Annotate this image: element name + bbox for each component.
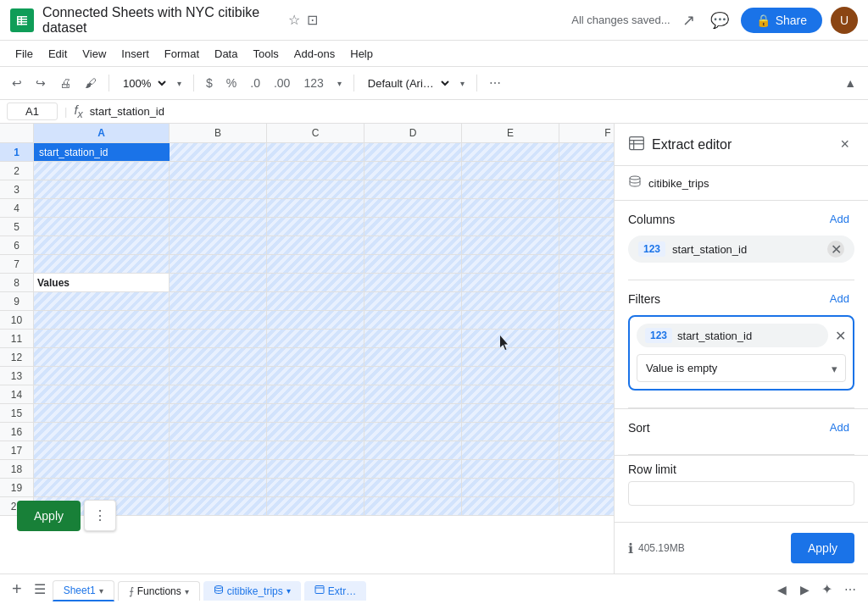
- citibike-tab[interactable]: citibike_trips ▾: [203, 581, 301, 601]
- sheets-expand[interactable]: ⋯: [839, 581, 861, 598]
- font-chevron[interactable]: ▾: [455, 75, 470, 91]
- row-num-19[interactable]: 19: [0, 479, 34, 496]
- row-num-4[interactable]: 4: [0, 199, 34, 217]
- row-num-9[interactable]: 9: [0, 292, 34, 310]
- sheet1-chevron[interactable]: ▾: [99, 586, 103, 596]
- sort-add-button[interactable]: Add: [825, 419, 854, 435]
- extract-close-button[interactable]: ×: [835, 134, 854, 155]
- apply-sheet-button[interactable]: Apply: [17, 501, 81, 531]
- row-num-18[interactable]: 18: [0, 460, 34, 478]
- columns-add-button[interactable]: Add: [825, 211, 854, 227]
- cell-a4[interactable]: [34, 199, 170, 217]
- cell-e1[interactable]: [462, 143, 559, 161]
- apply-panel-button[interactable]: Apply: [791, 533, 854, 563]
- undo-button[interactable]: ↩: [7, 73, 27, 93]
- col-header-f[interactable]: F: [559, 124, 614, 142]
- filter-remove-button[interactable]: ✕: [835, 328, 846, 344]
- col-header-a[interactable]: A: [34, 124, 170, 142]
- row-num-12[interactable]: 12: [0, 348, 34, 366]
- menu-view[interactable]: View: [75, 45, 113, 63]
- tab-right-arrow[interactable]: ▶: [795, 581, 815, 598]
- row-num-6[interactable]: 6: [0, 236, 34, 254]
- scroll-right-arrow[interactable]: ▶: [98, 573, 107, 574]
- more-options-button[interactable]: ⋮: [84, 500, 116, 531]
- cell-b1[interactable]: [170, 143, 267, 161]
- add-sheet-button[interactable]: +: [7, 578, 27, 601]
- format123-chevron[interactable]: ▾: [332, 75, 347, 91]
- comment-icon[interactable]: 💬: [707, 8, 732, 33]
- cell-a5[interactable]: [34, 218, 170, 236]
- cell-a3[interactable]: [34, 180, 170, 198]
- filter-condition-select[interactable]: Value is empty Value is not empty Greate…: [637, 354, 846, 382]
- menu-help[interactable]: Help: [343, 45, 380, 63]
- collapse-toolbar-button[interactable]: ▲: [839, 73, 861, 93]
- row-num-7[interactable]: 7: [0, 255, 34, 273]
- row-num-17[interactable]: 17: [0, 441, 34, 459]
- cell-d1[interactable]: [364, 143, 462, 161]
- currency-button[interactable]: $: [201, 73, 218, 93]
- decimal2-button[interactable]: .00: [269, 73, 295, 93]
- filter-chip-row: 123 start_station_id ✕: [637, 324, 846, 347]
- menu-data[interactable]: Data: [208, 45, 244, 63]
- col-header-d[interactable]: D: [364, 124, 462, 142]
- filter-chip: 123 start_station_id: [637, 324, 828, 347]
- redo-button[interactable]: ↪: [31, 73, 51, 93]
- row-num-2[interactable]: 2: [0, 162, 34, 180]
- star-icon[interactable]: ☆: [288, 12, 300, 28]
- sort-section: Sort Add: [615, 408, 868, 454]
- tab-left-arrow[interactable]: ◀: [772, 581, 792, 598]
- menu-tools[interactable]: Tools: [246, 45, 285, 63]
- col-header-b[interactable]: B: [170, 124, 267, 142]
- col-header-e[interactable]: E: [462, 124, 559, 142]
- cell-c1[interactable]: [267, 143, 364, 161]
- menu-format[interactable]: Format: [158, 45, 206, 63]
- row-num-1[interactable]: 1: [0, 143, 34, 161]
- col-header-c[interactable]: C: [267, 124, 364, 142]
- cell-a8[interactable]: Values: [34, 274, 170, 291]
- row-num-15[interactable]: 15: [0, 404, 34, 422]
- cell-a2[interactable]: [34, 162, 170, 180]
- row-num-16[interactable]: 16: [0, 423, 34, 441]
- explore-button[interactable]: ✦: [818, 578, 836, 601]
- functions-chevron[interactable]: ▾: [185, 587, 189, 596]
- menu-file[interactable]: File: [8, 45, 40, 63]
- cell-f1[interactable]: [559, 143, 614, 161]
- row-num-11[interactable]: 11: [0, 330, 34, 347]
- menu-insert[interactable]: Insert: [114, 45, 156, 63]
- cell-a6[interactable]: [34, 236, 170, 254]
- functions-icon: ⨍: [129, 585, 134, 597]
- extract-tab[interactable]: Extr…: [304, 581, 366, 601]
- chart-icon[interactable]: ↗: [679, 8, 698, 33]
- chip-remove-button[interactable]: ✕: [827, 241, 844, 258]
- more-formats-button[interactable]: ⋯: [484, 73, 506, 93]
- citibike-chevron[interactable]: ▾: [287, 586, 291, 596]
- format123-button[interactable]: 123: [298, 73, 328, 93]
- row-num-10[interactable]: 10: [0, 311, 34, 329]
- cell-reference[interactable]: A1: [7, 103, 58, 120]
- functions-tab[interactable]: ⨍ Functions ▾: [118, 581, 200, 601]
- row-num-8[interactable]: 8: [0, 274, 34, 291]
- row-num-3[interactable]: 3: [0, 180, 34, 198]
- menu-edit[interactable]: Edit: [42, 45, 74, 63]
- font-select[interactable]: Default (Ari…: [361, 75, 452, 92]
- percent-button[interactable]: %: [221, 73, 242, 93]
- cell-a7[interactable]: [34, 255, 170, 273]
- row-num-5[interactable]: 5: [0, 218, 34, 236]
- filters-add-button[interactable]: Add: [825, 291, 854, 307]
- paint-format-button[interactable]: 🖌: [80, 73, 102, 93]
- menu-addons[interactable]: Add-ons: [287, 45, 342, 63]
- sheets-list-button[interactable]: ☰: [31, 578, 49, 601]
- scroll-left-arrow[interactable]: ◀: [2, 573, 10, 574]
- drive-icon[interactable]: ⊡: [307, 12, 318, 28]
- zoom-select[interactable]: 100% 75% 125% 150%: [116, 75, 169, 92]
- row-num-13[interactable]: 13: [0, 367, 34, 385]
- sheet1-tab[interactable]: Sheet1 ▾: [53, 580, 114, 601]
- row-limit-input[interactable]: [628, 481, 854, 506]
- avatar[interactable]: U: [831, 7, 858, 34]
- share-button[interactable]: 🔒 Share: [741, 8, 822, 33]
- cell-a1[interactable]: start_station_id: [34, 143, 170, 161]
- zoom-chevron[interactable]: ▾: [172, 75, 186, 91]
- row-num-14[interactable]: 14: [0, 385, 34, 403]
- decimal1-button[interactable]: .0: [245, 73, 265, 93]
- print-button[interactable]: 🖨: [54, 73, 76, 93]
